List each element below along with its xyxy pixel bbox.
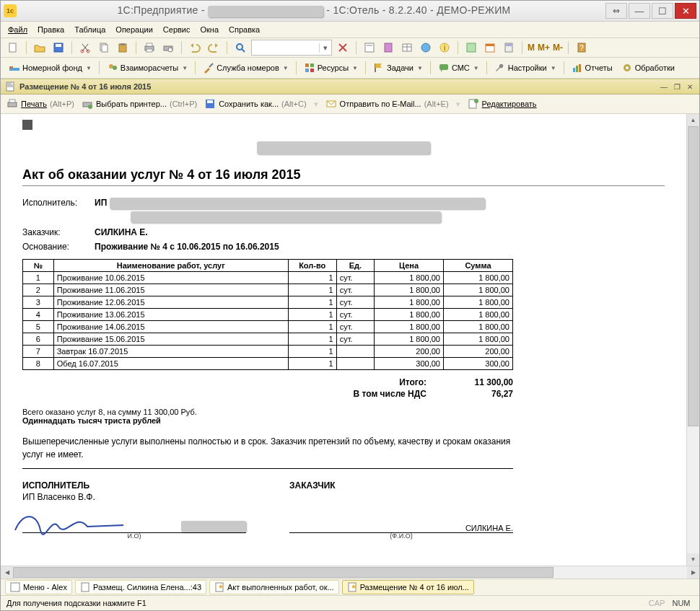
task-menu[interactable]: Меню - Alex — [5, 580, 72, 594]
close-button[interactable]: ✕ — [675, 3, 696, 19]
paste-icon[interactable] — [115, 40, 131, 56]
processing-button[interactable]: Обработки — [618, 59, 678, 76]
calendar-icon[interactable] — [482, 40, 498, 56]
cut-icon[interactable] — [77, 40, 93, 56]
resources-dropdown[interactable]: Ресурсы▼ — [300, 59, 362, 76]
maximize-button[interactable]: ☐ — [652, 3, 673, 19]
scroll-left-icon[interactable]: ◀ — [1, 566, 13, 579]
table-row: 8Обед 16.07.20151300,00300,00 — [23, 358, 513, 370]
mdi-restore[interactable]: ❐ — [672, 82, 682, 92]
mdi-minimize[interactable]: — — [659, 82, 669, 92]
menu-table[interactable]: Таблица — [74, 25, 105, 34]
sms-dropdown[interactable]: СМС▼ — [434, 59, 483, 76]
fullscreen-toggle-icon[interactable]: ⇔ — [605, 3, 627, 19]
executor-redacted-2 — [131, 211, 441, 223]
chart-icon — [572, 62, 583, 74]
task-placement[interactable]: Размещ. Силкина Елена...:43 — [75, 580, 206, 594]
menu-windows[interactable]: Окна — [201, 25, 219, 34]
help-icon[interactable]: ? — [574, 40, 590, 56]
calculator-icon[interactable] — [501, 40, 517, 56]
clear-icon[interactable] — [335, 40, 351, 56]
scroll-up-icon[interactable]: ▲ — [687, 114, 699, 126]
cell-no: 3 — [23, 296, 54, 309]
executor-row: Исполнитель: ИП — [22, 198, 665, 223]
new-icon[interactable] — [5, 40, 21, 56]
svg-rect-51 — [9, 100, 15, 102]
info-icon[interactable]: i — [437, 40, 452, 56]
menu-icon — [10, 582, 20, 592]
col-price: Цена — [375, 260, 444, 272]
book-icon[interactable] — [380, 40, 396, 56]
table-icon[interactable] — [399, 40, 415, 56]
scroll-right-icon[interactable]: ▶ — [687, 566, 699, 579]
menu-service[interactable]: Сервис — [163, 25, 191, 34]
roomservice-dropdown[interactable]: Служба номеров▼ — [199, 59, 292, 76]
settings-dropdown[interactable]: Настройки▼ — [491, 59, 560, 76]
scrollbar-horizontal[interactable]: ◀ ▶ — [1, 566, 699, 579]
mutual-dropdown[interactable]: Взаиморасчеты▼ — [103, 59, 191, 76]
print-preview-icon[interactable] — [160, 40, 176, 56]
menu-edit[interactable]: Правка — [38, 25, 64, 34]
undo-icon[interactable] — [187, 40, 203, 56]
scroll-thumb[interactable] — [688, 126, 699, 426]
scroll-thumb[interactable] — [13, 567, 554, 578]
open-icon[interactable] — [32, 40, 48, 56]
executor-redacted — [110, 198, 485, 209]
search-combo[interactable]: ▾ — [251, 40, 332, 56]
svg-rect-50 — [8, 102, 17, 107]
menu-file[interactable]: Файл — [8, 25, 27, 34]
doc-send-email[interactable]: Отправить по E-Mail... (Alt+E) — [325, 98, 449, 110]
svg-point-13 — [168, 48, 172, 52]
tasks-dropdown[interactable]: Задачи▼ — [369, 59, 426, 76]
table-row: 7Завтрак 16.07.20151200,00200,00 — [23, 346, 513, 358]
separator: ▾ — [456, 100, 460, 109]
chevron-down-icon[interactable]: ▾ — [319, 43, 331, 53]
doc-choose-printer[interactable]: Выбрать принтер... (Ctrl+P) — [82, 98, 197, 110]
svg-rect-46 — [579, 64, 581, 72]
doc-print[interactable]: Печать (Alt+P) — [6, 98, 74, 110]
cell-price: 1 800,00 — [375, 296, 444, 309]
cell-unit: сут. — [336, 284, 374, 296]
scrollbar-vertical[interactable]: ▲ ▼ — [686, 114, 699, 566]
doc-save-as[interactable]: Сохранить как... (Alt+C) — [204, 98, 306, 110]
mdi-close[interactable]: ✕ — [685, 82, 695, 92]
search-icon[interactable] — [232, 40, 248, 56]
copy-icon[interactable] — [96, 40, 112, 56]
minimize-button[interactable]: — — [629, 3, 650, 19]
save-icon[interactable] — [51, 40, 66, 56]
memory-mplus[interactable]: M+ — [538, 43, 550, 53]
amount-words: Одиннадцать тысяч триста рублей — [22, 416, 513, 425]
doc-edit[interactable]: Редактировать — [468, 98, 537, 110]
svg-rect-60 — [82, 583, 89, 592]
redo-icon[interactable] — [206, 40, 222, 56]
people-icon — [107, 62, 118, 74]
task-current[interactable]: Размещение № 4 от 16 июл... — [342, 580, 474, 594]
section-toolbar: Номерной фонд▼ Взаиморасчеты▼ Служба ном… — [1, 58, 699, 79]
document-viewport[interactable]: Акт об оказании услуг № 4 от 16 июля 201… — [1, 114, 686, 566]
signatures: ИСПОЛНИТЕЛЬ ИП Власенко В.Ф. И.О) ЗАКАЗЧ… — [22, 480, 513, 533]
separator — [522, 41, 522, 54]
separator — [26, 41, 27, 54]
memory-mminus[interactable]: M- — [553, 43, 563, 53]
task-act[interactable]: Акт выполненных работ, ок... — [209, 580, 339, 594]
basis-value: Проживание № 4 с 10.06.2015 по 16.06.201… — [95, 242, 279, 252]
workspace: Акт об оказании услуг № 4 от 16 июля 201… — [1, 114, 699, 566]
itogo-label: Итого: — [318, 377, 426, 387]
reports-button[interactable]: Отчеты — [568, 59, 616, 76]
navigator-icon[interactable] — [418, 40, 434, 56]
scroll-down-icon[interactable]: ▼ — [687, 553, 699, 566]
cust-name: СИЛКИНА Е. — [465, 524, 513, 532]
journal-icon[interactable] — [463, 40, 479, 56]
print-icon[interactable] — [141, 40, 157, 56]
save-as-icon — [204, 98, 216, 110]
cell-price: 300,00 — [375, 358, 444, 370]
cell-unit: сут. — [336, 296, 374, 309]
svg-rect-42 — [310, 69, 314, 72]
menu-operations[interactable]: Операции — [115, 25, 152, 34]
menu-help[interactable]: Справка — [229, 25, 260, 34]
svg-rect-41 — [305, 69, 309, 72]
memory-m[interactable]: M — [528, 43, 535, 53]
rooms-dropdown[interactable]: Номерной фонд▼ — [5, 59, 95, 76]
cell-sum: 1 800,00 — [443, 284, 512, 296]
form-icon[interactable] — [362, 40, 377, 56]
